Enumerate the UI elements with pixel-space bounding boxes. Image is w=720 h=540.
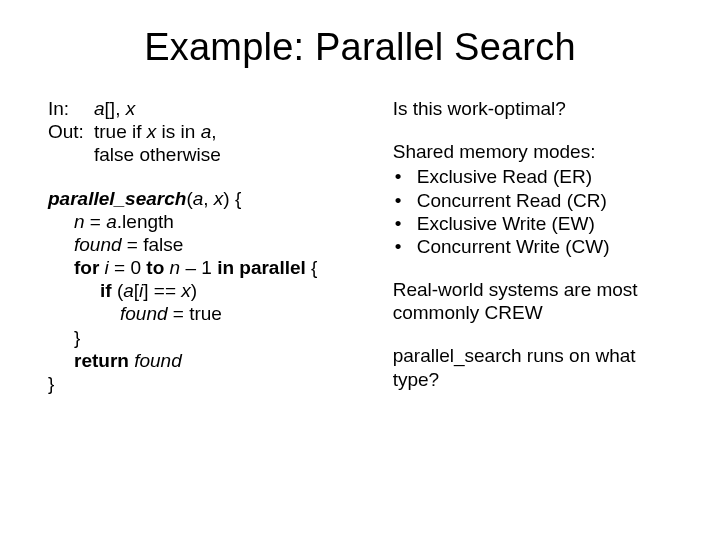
spec-in-row: In: a[], x xyxy=(48,97,357,120)
bullet-icon: • xyxy=(393,235,417,258)
code-line-5: if (a[i] == x) xyxy=(48,279,357,302)
code-l2-n: n xyxy=(74,211,85,232)
mode-item: • Exclusive Read (ER) xyxy=(393,165,672,188)
mode-label: Exclusive Read (ER) xyxy=(417,165,592,188)
note-crew: Real-world systems are most commonly CRE… xyxy=(393,278,672,324)
modes-title: Shared memory modes: xyxy=(393,140,672,163)
spec-in-label: In: xyxy=(48,97,94,120)
spec-block: In: a[], x Out: true if x is in a, false… xyxy=(48,97,357,167)
spec-out-value1: true if x is in a, xyxy=(94,120,217,143)
content-columns: In: a[], x Out: true if x is in a, false… xyxy=(48,97,672,415)
code-l2-a: a xyxy=(106,211,117,232)
slide-title: Example: Parallel Search xyxy=(48,26,672,69)
spec-out-row2: false otherwise xyxy=(48,143,357,166)
mode-item: • Concurrent Read (CR) xyxy=(393,189,672,212)
code-l3-rest: = false xyxy=(122,234,184,255)
code-line-1: parallel_search(a, x) { xyxy=(48,187,357,210)
code-line-8: return found xyxy=(48,349,357,372)
code-line-2: n = a.length xyxy=(48,210,357,233)
code-l1-x: x xyxy=(214,188,224,209)
code-line-9: } xyxy=(48,372,357,395)
slide: Example: Parallel Search In: a[], x Out:… xyxy=(0,0,720,540)
spec-in-brackets: [], xyxy=(105,98,126,119)
code-l1-close: ) { xyxy=(223,188,241,209)
right-column: Is this work-optimal? Shared memory mode… xyxy=(393,97,672,415)
code-l4-n: n xyxy=(170,257,181,278)
code-l4-for: for xyxy=(74,257,99,278)
code-line-6: found = true xyxy=(48,302,357,325)
bullet-icon: • xyxy=(393,165,417,188)
code-l1-a: a xyxy=(193,188,204,209)
code-l1-sep: , xyxy=(203,188,214,209)
spec-out-pre: true if xyxy=(94,121,147,142)
mode-label: Exclusive Write (EW) xyxy=(417,212,595,235)
spec-in-a: a xyxy=(94,98,105,119)
modes-list: • Exclusive Read (ER) • Concurrent Read … xyxy=(393,165,672,258)
code-line-4: for i = 0 to n – 1 in parallel { xyxy=(48,256,357,279)
code-l5-a: a xyxy=(123,280,134,301)
question-work-optimal: Is this work-optimal? xyxy=(393,97,672,120)
spec-out-line2: false otherwise xyxy=(94,144,221,165)
code-l2-len: .length xyxy=(117,211,174,232)
code-l5-x: x xyxy=(181,280,191,301)
code-l2-eq: = xyxy=(85,211,107,232)
question-type: parallel_search runs on what type? xyxy=(393,344,672,390)
code-l5-sp: ( xyxy=(112,280,124,301)
spec-out-row1: Out: true if x is in a, xyxy=(48,120,357,143)
spec-in-x: x xyxy=(126,98,136,119)
code-l8-ret: return xyxy=(74,350,129,371)
spec-out-x: x xyxy=(147,121,157,142)
modes-block: Shared memory modes: • Exclusive Read (E… xyxy=(393,140,672,258)
code-l8-found: found xyxy=(134,350,182,371)
mode-label: Concurrent Write (CW) xyxy=(417,235,610,258)
code-l5-if: if xyxy=(100,280,112,301)
code-l3-found: found xyxy=(74,234,122,255)
code-fnname: parallel_search xyxy=(48,188,186,209)
code-l5-mid: ] == xyxy=(143,280,181,301)
code-l5-close: ) xyxy=(191,280,197,301)
spec-in-value: a[], x xyxy=(94,97,135,120)
code-line-7: } xyxy=(48,326,357,349)
mode-label: Concurrent Read (CR) xyxy=(417,189,607,212)
spec-out-label: Out: xyxy=(48,120,94,143)
code-l4-to: to xyxy=(146,257,164,278)
bullet-icon: • xyxy=(393,212,417,235)
mode-item: • Exclusive Write (EW) xyxy=(393,212,672,235)
code-line-3: found = false xyxy=(48,233,357,256)
code-l4-mid2: – 1 xyxy=(180,257,217,278)
code-l4-brace: { xyxy=(306,257,318,278)
spec-out-post: , xyxy=(211,121,216,142)
code-l4-mid1: = 0 xyxy=(109,257,147,278)
bullet-icon: • xyxy=(393,189,417,212)
mode-item: • Concurrent Write (CW) xyxy=(393,235,672,258)
left-column: In: a[], x Out: true if x is in a, false… xyxy=(48,97,357,415)
spec-out-a: a xyxy=(201,121,212,142)
code-l6-found: found xyxy=(120,303,168,324)
code-block: parallel_search(a, x) { n = a.length fou… xyxy=(48,187,357,396)
code-l6-rest: = true xyxy=(168,303,222,324)
spec-out-mid: is in xyxy=(156,121,200,142)
code-l4-inpar: in parallel xyxy=(217,257,306,278)
